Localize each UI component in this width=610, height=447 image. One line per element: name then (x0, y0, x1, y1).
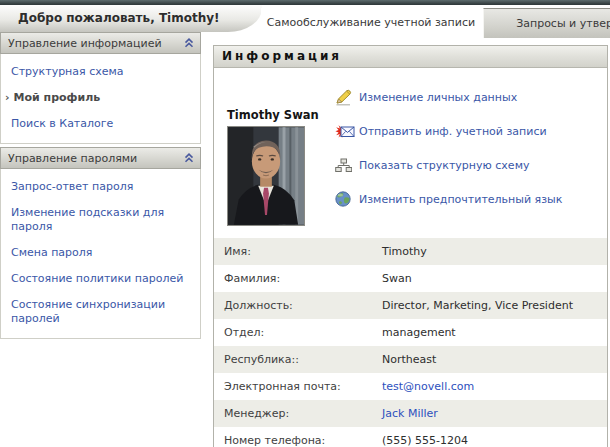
sidebar-section-information: Управление информацией Структурная схема… (0, 32, 201, 144)
action-show-org-chart[interactable]: Показать структурную схему (335, 154, 562, 176)
action-edit-info[interactable]: Изменение личных данных (335, 86, 562, 108)
profile-summary: Timothy Swan (214, 68, 607, 238)
row-value: Director, Marketing, Vice President (382, 299, 573, 312)
table-row: Отдел: management (214, 319, 607, 346)
pencil-icon (335, 89, 359, 106)
table-row: Электронная почта: test@novell.com (214, 373, 607, 400)
row-label: Номер телефона: (214, 434, 382, 447)
org-chart-icon (335, 158, 359, 173)
row-label: Отдел: (214, 326, 382, 339)
table-row: Должность: Director, Marketing, Vice Pre… (214, 292, 607, 319)
sidebar-item-org-chart[interactable]: Структурная схема (1, 59, 200, 85)
sidebar-item-password-policy-status[interactable]: Состояние политики паролей (1, 266, 200, 292)
row-value: test@novell.com (382, 380, 474, 393)
profile-name: Timothy Swan (227, 108, 319, 122)
sidebar-item-password-sync-status[interactable]: Состояние синхронизации паролей (1, 292, 200, 332)
row-label: Должность: (214, 299, 382, 312)
sidebar-items-information: Структурная схема ›Мой профиль Поиск в К… (0, 54, 201, 144)
sidebar: Управление информацией Структурная схема… (0, 32, 201, 342)
row-label: Имя: (214, 245, 382, 258)
panel-title: Информация (214, 46, 607, 68)
globe-icon (335, 191, 359, 207)
table-row: Республика:: Northeast (214, 346, 607, 373)
sidebar-item-label[interactable]: Смена пароля (11, 246, 92, 259)
sidebar-item-label[interactable]: Структурная схема (11, 65, 124, 78)
sidebar-items-passwords: Запрос-ответ пароля Изменение подсказки … (0, 169, 201, 339)
action-links: Изменение личных данных Отправить инф. у… (335, 86, 562, 222)
sidebar-item-my-profile[interactable]: ›Мой профиль (1, 85, 200, 111)
send-mail-icon (335, 124, 359, 139)
sidebar-item-label[interactable]: Состояние политики паролей (11, 272, 183, 285)
double-chevron-up-icon[interactable] (183, 152, 195, 164)
welcome-message: Добро пожаловать, Timothy! (0, 5, 262, 31)
tab-account-self-service[interactable]: Самообслуживание учетной записи (261, 8, 481, 38)
manager-link[interactable]: Jack Miller (382, 407, 438, 420)
row-value: management (382, 326, 456, 339)
sidebar-item-label[interactable]: Поиск в Каталоге (11, 117, 113, 130)
profile-photo (227, 126, 305, 226)
table-row: Номер телефона: (555) 555-1204 (214, 427, 607, 447)
sidebar-item-label[interactable]: Запрос-ответ пароля (11, 180, 133, 193)
action-change-language[interactable]: Изменить предпочтительный язык (335, 188, 562, 210)
sidebar-section-passwords: Управление паролями Запрос-ответ пароля … (0, 147, 201, 339)
sidebar-item-password-hint-change[interactable]: Изменение подсказки для пароля (1, 200, 200, 240)
table-row: Имя: Timothy (214, 238, 607, 265)
profile-panel: Информация Timothy Swan (213, 45, 608, 447)
tab-requests-approvals[interactable]: Запросы и утверж (483, 8, 610, 38)
row-value: Swan (382, 272, 412, 285)
tab-label: Самообслуживание учетной записи (267, 16, 475, 29)
sidebar-item-label[interactable]: Состояние синхронизации паролей (11, 298, 165, 325)
sidebar-item-directory-search[interactable]: Поиск в Каталоге (1, 111, 200, 137)
action-label[interactable]: Отправить инф. учетной записи (359, 125, 547, 138)
action-label[interactable]: Показать структурную схему (359, 159, 529, 172)
table-row: Менеджер: Jack Miller (214, 400, 607, 427)
double-chevron-up-icon[interactable] (183, 37, 195, 49)
row-label: Фамилия: (214, 272, 382, 285)
action-label[interactable]: Изменение личных данных (359, 91, 517, 104)
sidebar-item-label: Мой профиль (14, 91, 101, 104)
sidebar-item-label[interactable]: Изменение подсказки для пароля (11, 206, 164, 233)
table-row: Фамилия: Swan (214, 265, 607, 292)
action-label[interactable]: Изменить предпочтительный язык (359, 193, 562, 206)
row-value: (555) 555-1204 (382, 434, 468, 447)
row-label: Республика:: (214, 353, 382, 366)
tab-label: Запросы и утверж (516, 17, 610, 30)
row-value: Northeast (382, 353, 436, 366)
selected-marker-icon: › (5, 91, 10, 104)
action-send-account-info[interactable]: Отправить инф. учетной записи (335, 120, 562, 142)
sidebar-item-change-password[interactable]: Смена пароля (1, 240, 200, 266)
profile-details-table: Имя: Timothy Фамилия: Swan Должность: Di… (214, 238, 607, 447)
sidebar-item-password-challenge[interactable]: Запрос-ответ пароля (1, 174, 200, 200)
row-label: Менеджер: (214, 407, 382, 420)
sidebar-header-information[interactable]: Управление информацией (0, 32, 201, 54)
row-label: Электронная почта: (214, 380, 382, 393)
row-value: Timothy (382, 245, 427, 258)
email-link[interactable]: test@novell.com (382, 380, 474, 393)
sidebar-header-label: Управление информацией (8, 37, 162, 50)
row-value: Jack Miller (382, 407, 438, 420)
welcome-bar: Добро пожаловать, Timothy! (0, 5, 262, 32)
sidebar-header-label: Управление паролями (8, 152, 137, 165)
sidebar-header-passwords[interactable]: Управление паролями (0, 147, 201, 169)
